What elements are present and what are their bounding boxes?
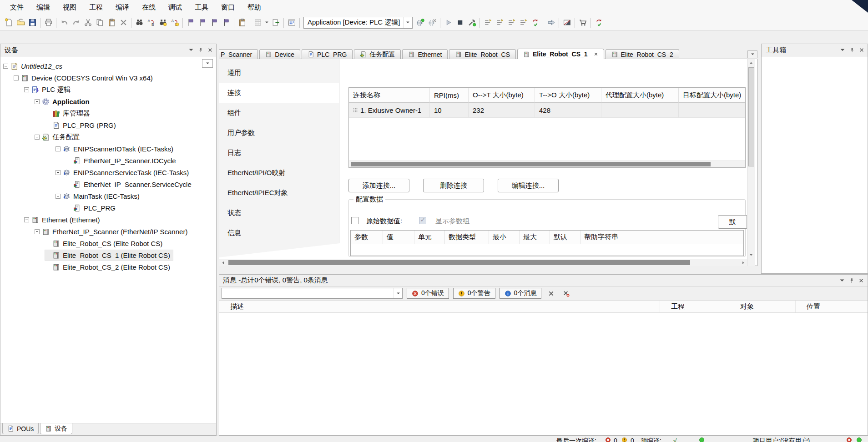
col-object[interactable]: 对象 (729, 301, 796, 312)
combo-arrow-icon[interactable] (403, 17, 412, 28)
tree-item-enipscanner-service-task[interactable]: ENIPScannerServiceTask (IEC-Tasks) (0, 166, 216, 178)
scroll-right-icon[interactable] (740, 259, 747, 266)
panel-close-icon[interactable] (859, 47, 864, 53)
tab-list-dropdown[interactable] (747, 50, 757, 58)
replace-icon[interactable] (145, 16, 157, 29)
nav-assemblies[interactable]: 组件 (219, 103, 339, 123)
tree-item-device[interactable]: Device (CODESYS Control Win V3 x64) (0, 72, 216, 84)
undo-icon[interactable] (58, 16, 70, 29)
step-out-icon[interactable] (505, 16, 517, 29)
copy-icon[interactable] (94, 16, 106, 29)
doc-tab-task-configuration[interactable]: 任务配置 (354, 49, 401, 59)
expander-icon[interactable] (35, 229, 40, 234)
tree-item-maintask-plc-prg[interactable]: PLC_PRG (0, 202, 216, 214)
tree-item-task-configuration[interactable]: 任务配置 (0, 131, 216, 143)
doc-tab-plc-prg[interactable]: PLC_PRG (302, 49, 353, 59)
menu-project[interactable]: 工程 (83, 0, 109, 15)
panel-pin-icon[interactable] (849, 278, 854, 283)
tree-item-maintask[interactable]: MainTask (IEC-Tasks) (0, 190, 216, 202)
menu-view[interactable]: 视图 (56, 0, 83, 15)
col-position[interactable]: 位置 (796, 301, 867, 312)
col-to-size[interactable]: T-->O 大小(byte) (535, 88, 601, 103)
editor-horizontal-scrollbar[interactable] (219, 259, 747, 266)
tab-pous[interactable]: POUs (2, 423, 39, 434)
expander-icon[interactable] (56, 146, 61, 151)
bookmark-next-icon[interactable] (208, 16, 220, 29)
online-config-icon[interactable] (466, 16, 478, 29)
nav-user-parameters[interactable]: 用户参数 (219, 123, 339, 143)
combo-arrow-icon[interactable] (394, 288, 402, 298)
menu-file[interactable]: 文件 (4, 0, 30, 15)
scrollbar-thumb[interactable] (351, 162, 711, 166)
new-project-icon[interactable] (3, 16, 15, 29)
export-icon[interactable] (270, 16, 282, 29)
doc-tab-device[interactable]: Device (259, 49, 300, 59)
menu-build[interactable]: 编译 (109, 0, 136, 15)
col-ot-size[interactable]: O-->T 大小(byte) (469, 88, 535, 103)
col-value[interactable]: 值 (383, 231, 414, 244)
scroll-up-icon[interactable] (747, 59, 755, 66)
tree-item-elite-robot-cs-2[interactable]: Elite_Robot_CS_2 (Elite Robot CS) (0, 261, 216, 273)
col-project[interactable]: 工程 (660, 301, 729, 312)
display-mode-icon[interactable] (561, 16, 573, 29)
expander-icon[interactable] (35, 99, 40, 104)
messages-filter-button[interactable]: 0个消息 (500, 288, 542, 299)
col-rpi[interactable]: RPI(ms) (430, 88, 469, 103)
expander-icon[interactable] (14, 75, 19, 80)
find-icon[interactable] (133, 16, 145, 29)
tree-item-project-root[interactable]: Untitled12_cs (0, 60, 216, 72)
watch-list-icon[interactable] (577, 16, 589, 29)
find-in-project-icon[interactable] (157, 16, 169, 29)
panel-menu-chevron-icon[interactable] (188, 47, 194, 53)
save-icon[interactable] (26, 16, 38, 29)
open-project-icon[interactable] (15, 16, 26, 29)
col-description[interactable]: 描述 (219, 301, 660, 312)
doc-tab-p-scanner[interactable]: P_Scanner (219, 49, 258, 59)
col-parameter[interactable]: 参数 (351, 231, 383, 244)
delete-connection-button[interactable]: 删除连接 (423, 179, 484, 192)
doc-tab-elite-robot-cs-2[interactable]: Elite_Robot_CS_2 (606, 49, 679, 59)
clipped-defaults-button[interactable]: 默 (718, 215, 747, 229)
tree-item-plc-logic[interactable]: PLC 逻辑 (0, 84, 216, 95)
nav-io-mapping[interactable]: EtherNet/IPI/O映射 (219, 163, 339, 183)
scrollbar-thumb[interactable] (228, 260, 690, 265)
expander-icon[interactable] (24, 87, 29, 92)
clear-all-messages-icon[interactable] (560, 288, 571, 299)
panel-menu-chevron-icon[interactable] (839, 278, 845, 283)
tree-item-servicecycle[interactable]: EtherNet_IP_Scanner.ServiceCycle (0, 178, 216, 190)
col-datatype[interactable]: 数据类型 (445, 231, 489, 244)
nav-iec-objects[interactable]: EtherNet/IPIEC对象 (219, 183, 339, 203)
replace-in-project-icon[interactable] (169, 16, 181, 29)
menu-debug[interactable]: 调试 (162, 0, 188, 15)
tab-devices[interactable]: 设备 (40, 423, 72, 434)
close-tab-icon[interactable] (594, 50, 598, 58)
step-over-icon[interactable] (482, 16, 494, 29)
build-icon[interactable] (414, 16, 426, 29)
panel-close-icon[interactable] (207, 47, 213, 53)
col-proxy-config-size[interactable]: 代理配置大小(byte) (601, 88, 679, 103)
start-icon[interactable] (442, 16, 454, 29)
scroll-left-icon[interactable] (219, 259, 227, 266)
menu-window[interactable]: 窗口 (215, 0, 241, 15)
col-connection-name[interactable]: 连接名称 (349, 88, 430, 103)
expander-icon[interactable] (3, 64, 8, 69)
col-default[interactable]: 默认 (550, 231, 580, 244)
message-category-combo[interactable] (222, 288, 403, 299)
col-max[interactable]: 最大 (520, 231, 550, 244)
paste-special-icon[interactable] (236, 16, 248, 29)
nav-status[interactable]: 状态 (219, 203, 339, 223)
step-into-icon[interactable] (494, 16, 505, 29)
nav-information[interactable]: 信息 (219, 223, 339, 243)
run-to-cursor-icon[interactable] (517, 16, 529, 29)
nav-connections[interactable]: 连接 (219, 83, 339, 103)
tree-item-plc-prg[interactable]: PLC_PRG (PRG) (0, 119, 216, 131)
col-min[interactable]: 最小 (489, 231, 520, 244)
edit-connection-button[interactable]: 编辑连接... (498, 179, 559, 192)
panel-menu-chevron-icon[interactable] (840, 47, 845, 53)
bookmark-clear-icon[interactable] (220, 16, 232, 29)
refresh-references-icon[interactable] (286, 16, 298, 29)
expander-icon[interactable] (24, 217, 29, 222)
col-unit[interactable]: 单元 (414, 231, 445, 244)
tree-item-application[interactable]: Application (0, 95, 216, 107)
sync-check-icon[interactable] (593, 16, 605, 29)
